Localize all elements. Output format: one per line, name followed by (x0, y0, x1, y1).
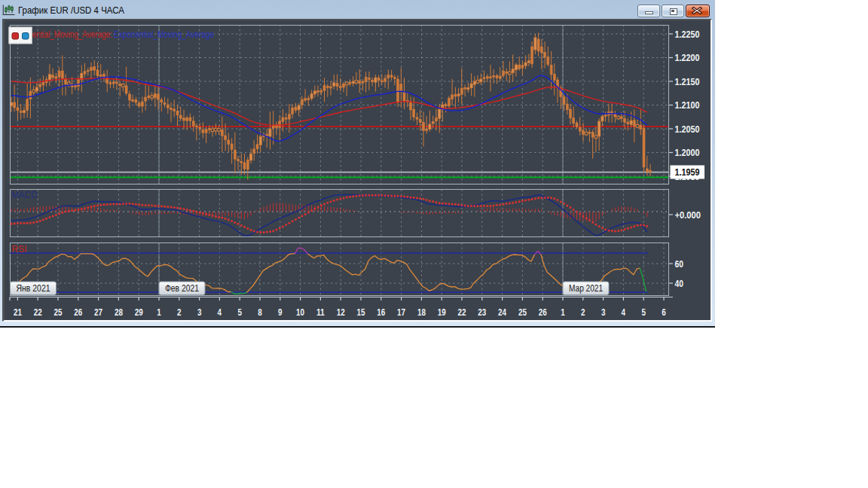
svg-text:21: 21 (14, 307, 22, 318)
svg-text:1.2100: 1.2100 (675, 99, 700, 111)
svg-text:Мар 2021: Мар 2021 (569, 283, 603, 294)
svg-text:26: 26 (539, 307, 547, 318)
svg-text:RSI: RSI (12, 244, 27, 255)
svg-text:22: 22 (458, 307, 466, 318)
svg-text:29: 29 (135, 307, 143, 318)
svg-text:12: 12 (337, 307, 345, 318)
svg-text:1.2250: 1.2250 (675, 29, 700, 40)
svg-text:22: 22 (34, 307, 42, 318)
svg-text:4: 4 (622, 307, 626, 318)
svg-text:5: 5 (642, 307, 646, 318)
svg-text:25: 25 (54, 307, 63, 318)
svg-text:1.2200: 1.2200 (675, 52, 700, 63)
svg-text:27: 27 (94, 307, 102, 318)
svg-text:1.2000: 1.2000 (675, 147, 700, 158)
svg-text:MACD: MACD (12, 190, 38, 200)
svg-text:18: 18 (417, 307, 426, 318)
svg-text:10: 10 (296, 307, 304, 318)
svg-text:11: 11 (316, 307, 325, 318)
svg-text:1.2050: 1.2050 (675, 124, 700, 135)
svg-text:2: 2 (177, 307, 182, 318)
svg-text:23: 23 (478, 307, 486, 318)
svg-text:1: 1 (157, 307, 161, 318)
svg-text:60: 60 (675, 258, 684, 270)
svg-text:15: 15 (357, 307, 365, 318)
svg-text:4: 4 (218, 307, 222, 318)
svg-text:1: 1 (561, 307, 565, 318)
svg-text:6: 6 (662, 307, 666, 318)
svg-text:Exponential_Moving_Average: Exponential_Moving_Average (114, 29, 214, 40)
svg-text:1.1959: 1.1959 (675, 166, 700, 178)
svg-text:Янв 2021: Янв 2021 (17, 283, 50, 294)
svg-text:1.2150: 1.2150 (675, 76, 700, 87)
svg-text:ential_Moving_Average:: ential_Moving_Average: (32, 29, 112, 40)
svg-text:+0.000: +0.000 (675, 209, 701, 221)
svg-text:График EUR /USD 4 ЧАСА: График EUR /USD 4 ЧАСА (18, 5, 124, 16)
svg-text:2: 2 (581, 307, 585, 318)
svg-text:16: 16 (377, 307, 385, 318)
svg-text:3: 3 (197, 307, 202, 318)
svg-text:28: 28 (115, 307, 123, 318)
svg-text:Фев 2021: Фев 2021 (165, 283, 199, 294)
svg-text:3: 3 (601, 307, 606, 318)
svg-text:5: 5 (237, 307, 242, 318)
svg-text:9: 9 (278, 307, 283, 318)
svg-text:19: 19 (438, 307, 446, 318)
svg-text:25: 25 (518, 307, 527, 318)
svg-text:17: 17 (397, 307, 405, 318)
svg-text:40: 40 (675, 278, 684, 289)
svg-text:24: 24 (498, 307, 506, 318)
svg-text:8: 8 (258, 307, 262, 318)
svg-text:26: 26 (74, 307, 82, 318)
